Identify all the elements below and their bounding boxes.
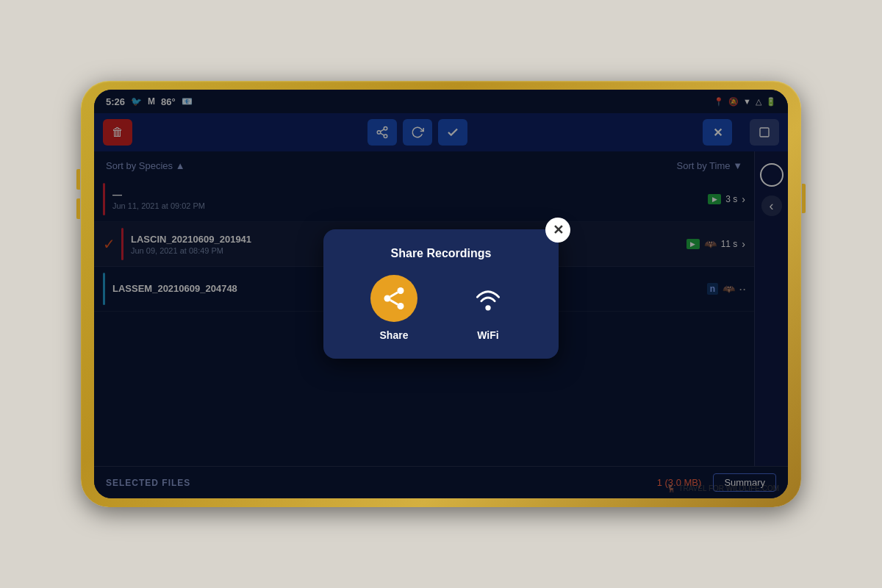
svg-line-9: [390, 300, 398, 304]
svg-point-8: [398, 303, 404, 309]
power-button[interactable]: [802, 184, 806, 213]
phone-screen: 5:26 🐦 M 86° 📧 📍 🔕 ▼ △ 🔋 🗑: [94, 90, 788, 498]
share-option-label: Share: [380, 329, 409, 341]
wifi-option-icon: [465, 275, 512, 322]
share-option-icon: [370, 275, 417, 322]
volume-down-button[interactable]: [76, 198, 80, 219]
wifi-icon: [472, 282, 504, 315]
wifi-option-label: WiFi: [477, 329, 498, 341]
modal-overlay: ✕ Share Recordings: [94, 90, 788, 498]
share-modal: ✕ Share Recordings: [323, 229, 559, 359]
svg-point-6: [398, 287, 404, 294]
modal-options: Share: [347, 275, 535, 341]
modal-close-button[interactable]: ✕: [545, 218, 570, 243]
modal-title: Share Recordings: [347, 247, 535, 260]
phone-frame: 5:26 🐦 M 86° 📧 📍 🔕 ▼ △ 🔋 🗑: [81, 81, 801, 507]
share-option[interactable]: Share: [370, 275, 417, 341]
wifi-option[interactable]: WiFi: [465, 275, 512, 341]
svg-point-7: [384, 295, 391, 302]
svg-point-11: [485, 305, 490, 310]
volume-up-button[interactable]: [76, 169, 80, 190]
svg-line-10: [390, 293, 398, 297]
share-nodes-icon: [381, 285, 407, 312]
